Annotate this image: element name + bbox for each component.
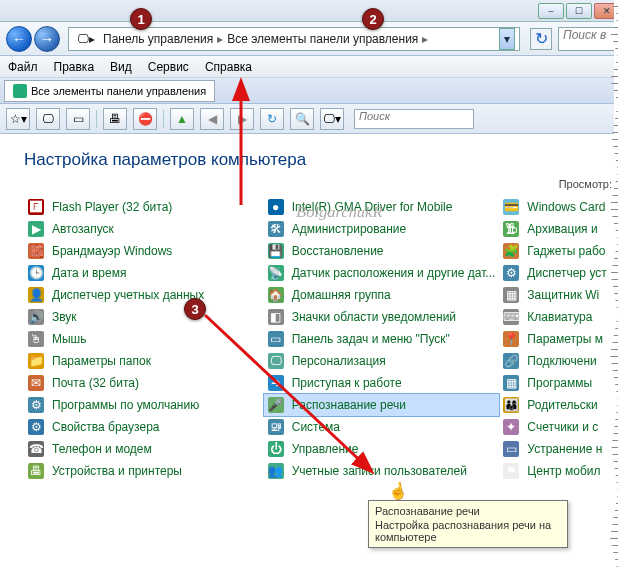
control-panel-item[interactable]: 🖱Мышь [24,328,264,350]
menu-edit[interactable]: Правка [54,60,95,74]
control-panel-item[interactable]: 👤Диспетчер учетных данных [24,284,264,306]
annotation-callout-3: 3 [184,298,206,320]
menu-tools[interactable]: Сервис [148,60,189,74]
control-panel-item[interactable]: ⚙Программы по умолчанию [24,394,264,416]
control-panel-item[interactable]: ➜Приступая к работе [264,372,500,394]
nav-search-input[interactable]: Поиск в [558,27,618,51]
item-label: Администрирование [292,222,406,236]
control-panel-item[interactable]: ▦Программы [499,372,624,394]
control-panel-item[interactable]: 🛠Администрирование [264,218,500,240]
item-icon: 📡 [268,265,284,281]
control-panel-item[interactable]: ▦Защитник Wi [499,284,624,306]
toolbar-search-input[interactable]: Поиск [354,109,474,129]
control-panel-item[interactable]: 🕒Дата и время [24,262,264,284]
item-icon: ⚙ [503,265,519,281]
control-panel-grid: 🅵Flash Player (32 бита)▶Автозапуск🧱Бранд… [24,196,624,482]
control-panel-item[interactable]: ⌨Клавиатура [499,306,624,328]
control-panel-item[interactable]: 📁Параметры папок [24,350,264,372]
tool-up-icon[interactable]: ▲ [170,108,194,130]
breadcrumb-segment-2[interactable]: Все элементы панели управления [223,32,422,46]
breadcrumb-dropdown[interactable]: ▾ [499,28,515,50]
control-panel-item[interactable]: ✉Почта (32 бита) [24,372,264,394]
control-panel-item[interactable]: 🔊Звук [24,306,264,328]
item-icon: ⏻ [268,441,284,457]
item-label: Счетчики и с [527,420,598,434]
item-icon: ☎ [28,441,44,457]
control-panel-item[interactable]: 👥Учетные записи пользователей [264,460,500,482]
item-icon: 🗜 [503,221,519,237]
tab-control-panel[interactable]: Все элементы панели управления [4,80,215,102]
mouse-cursor-icon: ☝ [387,479,410,501]
control-panel-item[interactable]: 🏠Домашняя группа [264,284,500,306]
control-panel-item[interactable]: ✦Счетчики и с [499,416,624,438]
control-panel-item[interactable]: ▭Панель задач и меню "Пуск" [264,328,500,350]
control-panel-item[interactable]: 🎤Распознавание речи [264,394,500,416]
annotation-callout-2: 2 [362,8,384,30]
control-panel-item[interactable]: 🔗Подключени [499,350,624,372]
nav-forward-button[interactable]: → [34,26,60,52]
window-maximize-button[interactable]: ☐ [566,3,592,19]
control-panel-item[interactable]: 💾Восстановление [264,240,500,262]
control-panel-item[interactable]: ▭Устранение н [499,438,624,460]
menu-file[interactable]: Файл [8,60,38,74]
tool-settings-icon[interactable]: ☆▾ [6,108,30,130]
tab-row: Все элементы панели управления [0,78,624,104]
control-panel-item[interactable]: 🗜Архивация и [499,218,624,240]
item-icon: ⚙ [28,419,44,435]
item-icon: 🖶 [28,463,44,479]
grid-column: ●Intel(R) GMA Driver for Mobile🛠Админист… [264,196,500,482]
control-panel-item[interactable]: ☎Телефон и модем [24,438,264,460]
tool-display-icon[interactable]: 🖵 [36,108,60,130]
nav-refresh-button[interactable]: ↻ [530,28,552,50]
control-panel-item[interactable]: 👨‍👩‍👦Родительски [499,394,624,416]
item-label: Свойства браузера [52,420,160,434]
control-panel-item[interactable]: ◧Значки области уведомлений [264,306,500,328]
view-mode-label[interactable]: Просмотр: [559,178,612,190]
nav-back-button[interactable]: ← [6,26,32,52]
item-label: Персонализация [292,354,386,368]
window-minimize-button[interactable]: – [538,3,564,19]
breadcrumb[interactable]: 🖵▸ Панель управления ▸ Все элементы пане… [68,27,520,51]
menu-view[interactable]: Вид [110,60,132,74]
tool-window-icon[interactable]: ▭ [66,108,90,130]
item-icon: 🔗 [503,353,519,369]
control-panel-item[interactable]: 🧩Гаджеты рабо [499,240,624,262]
item-label: Устранение н [527,442,602,456]
tool-search-icon[interactable]: 🔍 [290,108,314,130]
toolbar: ☆▾ 🖵 ▭ 🖶 ⛔ ▲ ◀ ▶ ↻ 🔍 🖵▾ Поиск [0,104,624,134]
control-panel-item[interactable]: 📡Датчик расположения и другие дат... [264,262,500,284]
control-panel-item[interactable]: 🧱Брандмауэр Windows [24,240,264,262]
item-label: Телефон и модем [52,442,152,456]
control-panel-item[interactable]: 🖵Персонализация [264,350,500,372]
tool-stop-icon[interactable]: ⛔ [133,108,157,130]
item-label: Распознавание речи [292,398,406,412]
menu-help[interactable]: Справка [205,60,252,74]
item-icon: ⌨ [503,309,519,325]
item-icon: 🖵 [268,353,284,369]
item-label: Автозапуск [52,222,114,236]
item-label: Подключени [527,354,596,368]
item-label: Гаджеты рабо [527,244,605,258]
control-panel-item[interactable]: 🅵Flash Player (32 бита) [24,196,264,218]
tool-back-icon[interactable]: ◀ [200,108,224,130]
tool-refresh-icon[interactable]: ↻ [260,108,284,130]
item-icon: ⚑ [503,463,519,479]
item-icon: 💾 [268,243,284,259]
breadcrumb-home-icon[interactable]: 🖵▸ [73,32,99,46]
item-label: Родительски [527,398,597,412]
control-panel-item[interactable]: 📍Параметры м [499,328,624,350]
toolbar-separator [163,110,164,128]
control-panel-item[interactable]: ⏻Управление [264,438,500,460]
control-panel-item[interactable]: ▶Автозапуск [24,218,264,240]
tool-fwd-icon[interactable]: ▶ [230,108,254,130]
item-label: Дата и время [52,266,126,280]
control-panel-item[interactable]: 💳Windows Card [499,196,624,218]
breadcrumb-segment-1[interactable]: Панель управления [99,32,217,46]
control-panel-item[interactable]: ⚙Свойства браузера [24,416,264,438]
control-panel-item[interactable]: 🖶Устройства и принтеры [24,460,264,482]
control-panel-item[interactable]: ⚑Центр мобил [499,460,624,482]
control-panel-item[interactable]: ⚙Диспетчер уст [499,262,624,284]
tool-view-icon[interactable]: 🖵▾ [320,108,344,130]
tool-print-icon[interactable]: 🖶 [103,108,127,130]
control-panel-item[interactable]: 🖳Система [264,416,500,438]
